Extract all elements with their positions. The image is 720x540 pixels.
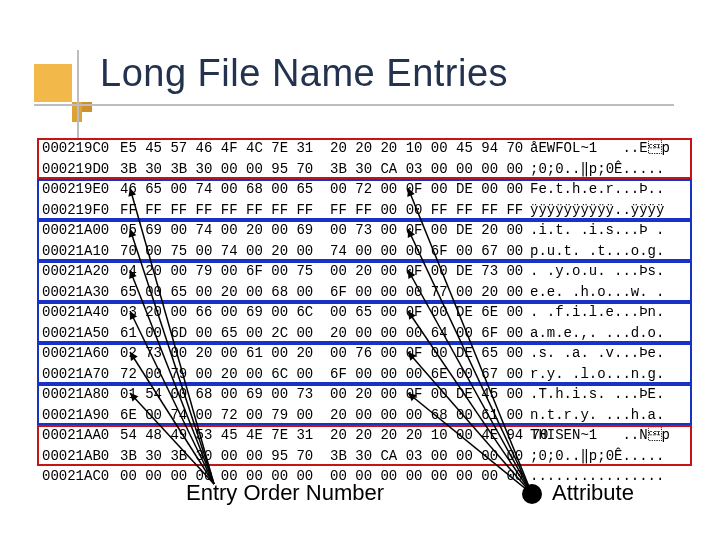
hex-dump: 000219C0E5 45 57 46 4F 4C 7E 31 20 20 20…: [42, 138, 690, 487]
hex-ascii: .i.t. .i.s...Þ .: [530, 220, 690, 241]
hex-addr: 00021A70: [42, 364, 120, 385]
hex-row: 00021AB03B 30 3B 30 00 00 95 70 3B 30 CA…: [42, 446, 690, 467]
hex-addr: 00021AC0: [42, 466, 120, 487]
hex-bytes: FF FF FF FF FF FF FF FF FF FF 00 00 FF F…: [120, 200, 530, 221]
hex-row: 00021A4003 20 00 66 00 69 00 6C 00 65 00…: [42, 302, 690, 323]
hex-bytes: E5 45 57 46 4F 4C 7E 31 20 20 20 10 00 4…: [120, 138, 530, 159]
deco-vertical-rule: [77, 50, 79, 140]
hex-bytes: 02 73 00 20 00 61 00 20 00 76 00 0F 00 D…: [120, 343, 530, 364]
hex-ascii: a.m.e.,. ...d.o.: [530, 323, 690, 344]
hex-row: 000219C0E5 45 57 46 4F 4C 7E 31 20 20 20…: [42, 138, 690, 159]
hex-addr: 00021A30: [42, 282, 120, 303]
hex-bytes: 6E 00 74 00 72 00 79 00 20 00 00 00 68 0…: [120, 405, 530, 426]
hex-addr: 00021A80: [42, 384, 120, 405]
hex-row: 00021A7072 00 79 00 20 00 6C 00 6F 00 00…: [42, 364, 690, 385]
hex-ascii: ;0;0..‖p;0Ê.....: [530, 446, 690, 467]
hex-row: 000219F0FF FF FF FF FF FF FF FF FF FF 00…: [42, 200, 690, 221]
deco-horizontal-rule: [34, 104, 674, 106]
hex-ascii: n.t.r.y. ...h.a.: [530, 405, 690, 426]
hex-row: 00021A2004 20 00 79 00 6F 00 75 00 20 00…: [42, 261, 690, 282]
hex-ascii: THISEN~1 ..Np: [530, 425, 690, 446]
slide-title: Long File Name Entries: [100, 52, 508, 95]
hex-row: 000219E046 65 00 74 00 68 00 65 00 72 00…: [42, 179, 690, 200]
hex-addr: 00021A60: [42, 343, 120, 364]
hex-addr: 00021A50: [42, 323, 120, 344]
label-entry-order: Entry Order Number: [186, 480, 384, 506]
hex-ascii: Fe.t.h.e.r...Þ..: [530, 179, 690, 200]
hex-addr: 00021AA0: [42, 425, 120, 446]
hex-addr: 00021AB0: [42, 446, 120, 467]
hex-addr: 000219C0: [42, 138, 120, 159]
hex-bytes: 54 48 49 53 45 4E 7E 31 20 20 20 20 10 0…: [120, 425, 530, 446]
hex-bytes: 05 69 00 74 00 20 00 69 00 73 00 0F 00 D…: [120, 220, 530, 241]
hex-addr: 00021A90: [42, 405, 120, 426]
hex-ascii: .T.h.i.s. ...ÞE.: [530, 384, 690, 405]
hex-ascii: ;0;0..‖p;0Ê.....: [530, 159, 690, 180]
hex-addr: 00021A00: [42, 220, 120, 241]
hex-ascii: åEWFOL~1 ..Ep: [530, 138, 690, 159]
label-attribute: Attribute: [552, 480, 634, 506]
hex-addr: 00021A20: [42, 261, 120, 282]
hex-ascii: p.u.t. .t...o.g.: [530, 241, 690, 262]
hex-bytes: 70 00 75 00 74 00 20 00 74 00 00 00 6F 0…: [120, 241, 530, 262]
hex-row: 00021A0005 69 00 74 00 20 00 69 00 73 00…: [42, 220, 690, 241]
hex-ascii: .s. .a. .v...Þe.: [530, 343, 690, 364]
hex-addr: 00021A10: [42, 241, 120, 262]
hex-bytes: 65 00 65 00 20 00 68 00 6F 00 00 00 77 0…: [120, 282, 530, 303]
hex-addr: 000219F0: [42, 200, 120, 221]
hex-bytes: 03 20 00 66 00 69 00 6C 00 65 00 0F 00 D…: [120, 302, 530, 323]
hex-bytes: 46 65 00 74 00 68 00 65 00 72 00 0F 00 D…: [120, 179, 530, 200]
hex-addr: 000219D0: [42, 159, 120, 180]
hex-row: 00021A1070 00 75 00 74 00 20 00 74 00 00…: [42, 241, 690, 262]
hex-addr: 000219E0: [42, 179, 120, 200]
hex-row: 00021A3065 00 65 00 20 00 68 00 6F 00 00…: [42, 282, 690, 303]
hex-ascii: ÿÿÿÿÿÿÿÿÿÿ..ÿÿÿÿ: [530, 200, 690, 221]
hex-ascii: e.e. .h.o...w. .: [530, 282, 690, 303]
hex-row: 00021A906E 00 74 00 72 00 79 00 20 00 00…: [42, 405, 690, 426]
hex-ascii: . .f.i.l.e...Þn.: [530, 302, 690, 323]
hex-ascii: r.y. .l.o...n.g.: [530, 364, 690, 385]
hex-bytes: 3B 30 3B 30 00 00 95 70 3B 30 CA 03 00 0…: [120, 446, 530, 467]
deco-square-big: [34, 64, 72, 102]
slide: Long File Name Entries 000219C0E5 45 57 …: [0, 0, 720, 540]
hex-row: 000219D03B 30 3B 30 00 00 95 70 3B 30 CA…: [42, 159, 690, 180]
hex-ascii: . .y.o.u. ...Þs.: [530, 261, 690, 282]
bullet-icon: [522, 484, 542, 504]
hex-addr: 00021A40: [42, 302, 120, 323]
hex-bytes: 04 20 00 79 00 6F 00 75 00 20 00 0F 00 D…: [120, 261, 530, 282]
hex-bytes: 3B 30 3B 30 00 00 95 70 3B 30 CA 03 00 0…: [120, 159, 530, 180]
hex-row: 00021A8001 54 00 68 00 69 00 73 00 20 00…: [42, 384, 690, 405]
hex-bytes: 61 00 6D 00 65 00 2C 00 20 00 00 00 64 0…: [120, 323, 530, 344]
hex-row: 00021AA054 48 49 53 45 4E 7E 31 20 20 20…: [42, 425, 690, 446]
hex-bytes: 01 54 00 68 00 69 00 73 00 20 00 0F 00 D…: [120, 384, 530, 405]
hex-row: 00021A5061 00 6D 00 65 00 2C 00 20 00 00…: [42, 323, 690, 344]
hex-row: 00021A6002 73 00 20 00 61 00 20 00 76 00…: [42, 343, 690, 364]
hex-bytes: 72 00 79 00 20 00 6C 00 6F 00 00 00 6E 0…: [120, 364, 530, 385]
